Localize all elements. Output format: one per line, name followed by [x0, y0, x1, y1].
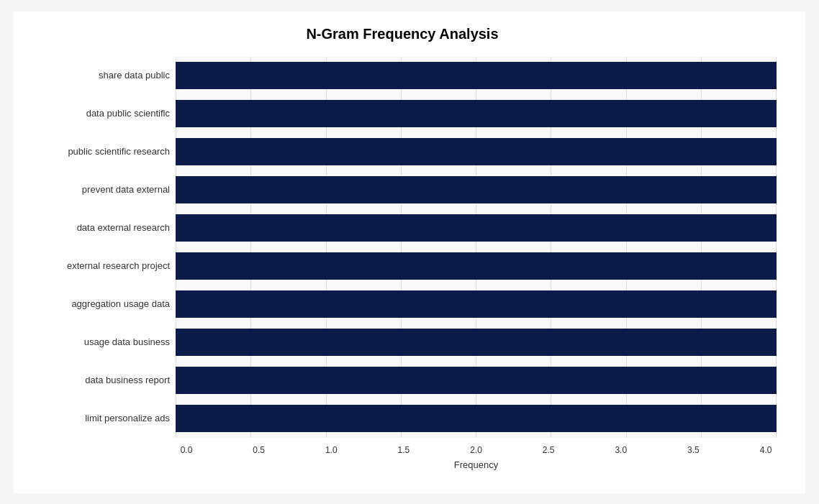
bar-row-1	[176, 98, 777, 129]
x-tick-2: 1.0	[320, 445, 342, 455]
y-label-8: data business report	[28, 375, 170, 386]
x-tick-6: 3.0	[610, 445, 632, 455]
x-spacer	[28, 441, 176, 470]
bar-row-3	[176, 174, 777, 206]
bar-row-4	[176, 212, 777, 244]
bar-1	[176, 100, 777, 127]
y-label-4: data external research	[28, 222, 170, 234]
chart-container: N-Gram Frequency Analysis share data pub…	[14, 12, 805, 493]
x-tick-7: 3.5	[682, 445, 704, 455]
x-tick-labels: 0.00.51.01.52.02.53.03.54.0	[176, 441, 777, 455]
bar-row-8	[176, 365, 777, 396]
x-axis-title: Frequency	[176, 459, 777, 470]
y-label-7: usage data business	[28, 336, 170, 348]
y-label-5: external research project	[28, 260, 170, 272]
main-chart: share data publicdata public scientificp…	[28, 57, 777, 438]
bar-7	[176, 329, 777, 356]
y-label-0: share data public	[28, 70, 170, 81]
bar-8	[176, 367, 777, 394]
bar-row-9	[176, 403, 777, 434]
bar-0	[176, 62, 777, 89]
x-tick-8: 4.0	[755, 445, 777, 455]
y-axis-labels: share data publicdata public scientificp…	[28, 57, 176, 438]
chart-title: N-Gram Frequency Analysis	[28, 26, 777, 42]
x-ticks-row: 0.00.51.01.52.02.53.03.54.0 Frequency	[176, 441, 777, 470]
y-label-3: prevent data external	[28, 184, 170, 196]
bar-row-5	[176, 250, 777, 282]
bar-9	[176, 405, 777, 432]
y-label-6: aggregation usage data	[28, 298, 170, 310]
bar-row-0	[176, 60, 777, 91]
bars-column	[176, 57, 777, 438]
y-label-2: public scientific research	[28, 146, 170, 157]
y-label-1: data public scientific	[28, 108, 170, 119]
bar-row-6	[176, 288, 777, 320]
x-tick-0: 0.0	[176, 445, 197, 455]
bar-5	[176, 252, 777, 280]
bar-4	[176, 214, 777, 242]
bar-2	[176, 138, 777, 165]
x-tick-3: 1.5	[393, 445, 415, 455]
bar-3	[176, 176, 777, 203]
x-tick-5: 2.5	[538, 445, 559, 455]
bar-6	[176, 290, 777, 318]
x-axis-area: 0.00.51.01.52.02.53.03.54.0 Frequency	[28, 441, 777, 470]
x-tick-4: 2.0	[466, 445, 487, 455]
bar-row-7	[176, 326, 777, 358]
bar-row-2	[176, 136, 777, 168]
y-label-9: limit personalize ads	[28, 413, 170, 424]
x-tick-1: 0.5	[248, 445, 270, 455]
